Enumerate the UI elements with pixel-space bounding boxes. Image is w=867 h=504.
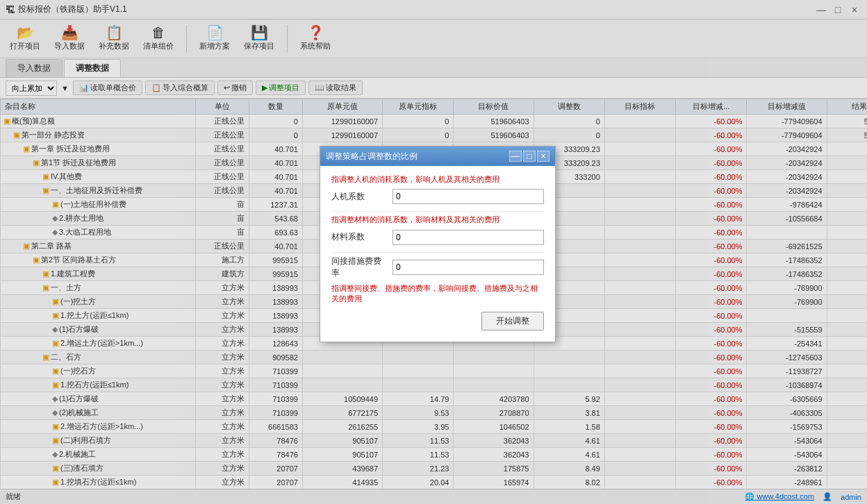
modal-section-material: 指调整材料的消耗系数，影响材料及其相关的费用 材料系数 [331, 215, 544, 244]
modal-title: 调整策略占调整数的比例 [326, 151, 418, 162]
divider-1 [331, 211, 544, 212]
material-input[interactable] [393, 230, 544, 245]
labor-field: 人机系数 [331, 189, 544, 204]
adjust-strategy-modal: 调整策略占调整数的比例 — □ × 指调整人机的消耗系数，影响人机及其相关的费用… [320, 146, 556, 342]
modal-title-controls: — □ × [509, 151, 550, 162]
labor-hint: 指调整人机的消耗系数，影响人机及其相关的费用 [331, 174, 544, 185]
indirect-input[interactable] [393, 260, 544, 275]
material-hint: 指调整材料的消耗系数，影响材料及其相关的费用 [331, 215, 544, 225]
labor-input[interactable] [393, 189, 544, 204]
indirect-hint: 指调整间接费、措施费的费率，影响间接费、措施费及与之相关的费用 [331, 283, 544, 305]
material-label: 材料系数 [331, 231, 387, 243]
modal-section-indirect: 间接措施费费率 指调整间接费、措施费的费率，影响间接费、措施费及与之相关的费用 [331, 255, 544, 305]
indirect-label: 间接措施费费率 [331, 255, 387, 279]
material-field: 材料系数 [331, 230, 544, 245]
modal-maximize-button[interactable]: □ [523, 151, 536, 162]
labor-label: 人机系数 [331, 191, 387, 203]
modal-close-button[interactable]: × [537, 151, 550, 162]
start-adjust-button[interactable]: 开始调整 [481, 312, 544, 330]
modal-title-bar: 调整策略占调整数的比例 — □ × [320, 146, 555, 166]
modal-body: 指调整人机的消耗系数，影响人机及其相关的费用 人机系数 指调整材料的消耗系数，影… [320, 166, 555, 342]
modal-btn-row: 开始调整 [331, 312, 544, 333]
indirect-field: 间接措施费费率 [331, 255, 544, 279]
modal-section-labor: 指调整人机的消耗系数，影响人机及其相关的费用 人机系数 [331, 174, 544, 204]
divider-2 [331, 252, 544, 253]
modal-minimize-button[interactable]: — [509, 151, 522, 162]
